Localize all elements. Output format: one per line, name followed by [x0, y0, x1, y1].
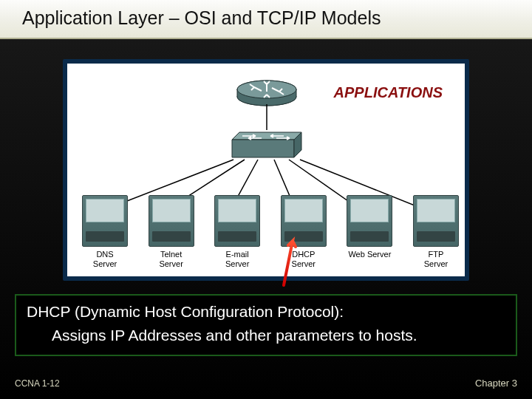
- callout-body: Assigns IP Addresses and other parameter…: [27, 327, 505, 344]
- footer-left: CCNA 1-12: [15, 378, 60, 389]
- server-web: Web Server: [339, 195, 400, 269]
- title-bar: Application Layer – OSI and TCP/IP Model…: [0, 0, 532, 39]
- server-ftp: FTPServer: [406, 195, 466, 269]
- server-label: E-mailServer: [225, 250, 249, 269]
- server-label: TelnetServer: [159, 250, 183, 269]
- server-label: DNSServer: [93, 250, 117, 269]
- server-icon: [82, 195, 128, 247]
- server-label: Web Server: [348, 250, 391, 259]
- footer-right: Chapter 3: [475, 378, 517, 389]
- server-email: E-mailServer: [207, 195, 267, 269]
- slide-title: Application Layer – OSI and TCP/IP Model…: [22, 7, 510, 29]
- network-diagram: APPLICATIONS: [63, 59, 469, 281]
- server-dns: DNSServer: [75, 195, 135, 269]
- server-icon: [413, 195, 459, 247]
- server-icon: [347, 195, 392, 247]
- switch-icon: [226, 126, 307, 163]
- server-icon: [281, 195, 327, 247]
- router-icon: [233, 71, 300, 108]
- server-icon: [149, 195, 194, 247]
- server-dhcp: DHCPServer: [273, 195, 334, 269]
- callout-title: DHCP (Dynamic Host Configuration Protoco…: [27, 303, 505, 321]
- server-label: DHCPServer: [292, 250, 316, 269]
- server-telnet: TelnetServer: [141, 195, 202, 269]
- server-icon: [214, 195, 260, 247]
- slide: Application Layer – OSI and TCP/IP Model…: [0, 0, 532, 399]
- diagram-heading: APPLICATIONS: [334, 84, 443, 101]
- callout-box: DHCP (Dynamic Host Configuration Protoco…: [15, 294, 517, 356]
- servers-row: DNSServer TelnetServer E-mailServer DHCP…: [75, 195, 466, 269]
- server-label: FTPServer: [424, 250, 448, 269]
